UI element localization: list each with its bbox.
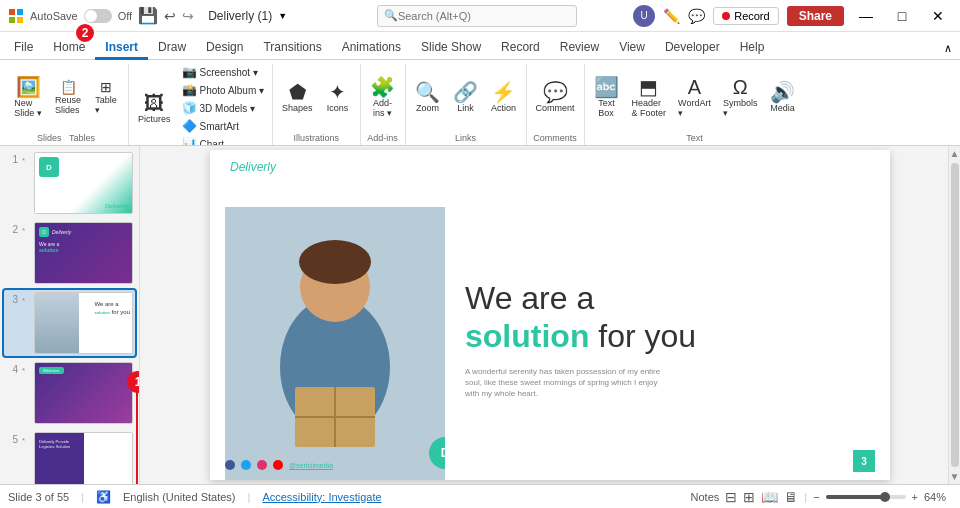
slide-thumb-1: D Deliverly — [34, 152, 133, 214]
heading-line1: We are a — [465, 280, 594, 316]
record-label: Record — [734, 10, 769, 22]
zoom-slider-fill — [826, 495, 882, 499]
accessibility-label[interactable]: Accessibility: Investigate — [262, 491, 381, 503]
3d-models-button[interactable]: 🧊 3D Models ▾ — [178, 100, 268, 116]
status-divider-2: | — [248, 491, 251, 503]
svg-rect-2 — [9, 17, 15, 23]
ribbon-group-addins: 🧩 Add-ins ▾ Add-ins — [361, 64, 406, 145]
search-icon: 🔍 — [384, 9, 398, 22]
title-bar-center: 🔍 — [321, 5, 634, 27]
scroll-thumb[interactable] — [951, 163, 959, 467]
reuse-slides-icon: 📋 — [60, 80, 77, 94]
record-button-title[interactable]: Record — [713, 7, 778, 25]
search-input[interactable] — [398, 10, 570, 22]
new-slide-button[interactable]: 🖼️ NewSlide ▾ — [8, 74, 48, 121]
slide-canvas: Deliverly — [210, 150, 890, 480]
maximize-button[interactable]: □ — [888, 5, 916, 27]
minimize-button[interactable]: — — [852, 5, 880, 27]
media-button[interactable]: 🔊 Media — [764, 79, 800, 116]
save-icon[interactable]: 💾 — [138, 6, 158, 25]
undo-icon[interactable]: ↩ — [164, 8, 176, 24]
status-divider-3: | — [804, 491, 807, 503]
notes-button[interactable]: Notes — [691, 491, 720, 503]
redo-icon[interactable]: ↪ — [182, 8, 194, 24]
textbox-button[interactable]: 🔤 TextBox — [589, 74, 625, 121]
slide-item-2[interactable]: 2 * DDeliverly We are a solution — [4, 220, 135, 286]
comments-icon[interactable]: 💬 — [688, 8, 705, 24]
zoom-button[interactable]: 🔍 Zoom — [410, 79, 446, 116]
autosave-toggle[interactable] — [84, 9, 112, 23]
text-group-label: Text — [686, 131, 703, 145]
tab-view[interactable]: View — [609, 36, 655, 60]
slide-text-area: We are a solution for you A wonderful se… — [445, 259, 890, 419]
tab-animations[interactable]: Animations — [332, 36, 411, 60]
autosave-label: AutoSave — [30, 10, 78, 22]
off-label: Off — [118, 10, 132, 22]
tab-review[interactable]: Review — [550, 36, 609, 60]
illustrations-group-label: Illustrations — [294, 131, 340, 145]
slide-main-content: D We are a solution for you A wonderful … — [210, 174, 890, 480]
close-button[interactable]: ✕ — [924, 5, 952, 27]
tab-record[interactable]: Record — [491, 36, 550, 60]
photo-album-button[interactable]: 📸 Photo Album ▾ — [178, 82, 268, 98]
icons-button[interactable]: ✦ Icons — [320, 79, 356, 116]
slide-heading: We are a solution for you — [465, 279, 870, 356]
accessibility-icon: ♿ — [96, 490, 111, 504]
status-divider-1: | — [81, 491, 84, 503]
youtube-icon — [273, 460, 283, 470]
slide-item-4[interactable]: 4 * Welcome — [4, 360, 135, 426]
slide-star-5: * — [22, 436, 30, 445]
chart-button[interactable]: 📊 Chart — [178, 136, 268, 146]
normal-view-icon[interactable]: ⊟ — [725, 489, 737, 505]
photo-album-icon: 📸 — [182, 83, 197, 97]
link-button[interactable]: 🔗 Link — [448, 79, 484, 116]
smartart-button[interactable]: 🔷 SmartArt — [178, 118, 268, 134]
images-buttons: 🖼 Pictures 📷 Screenshot ▾ 📸 Photo Album … — [133, 64, 268, 146]
reuse-slides-button[interactable]: 📋 ReuseSlides — [50, 77, 86, 118]
symbols-button[interactable]: Ω Symbols▾ — [718, 74, 763, 121]
search-box[interactable]: 🔍 — [377, 5, 577, 27]
zoom-level[interactable]: 64% — [924, 491, 952, 503]
tab-insert[interactable]: Insert — [95, 36, 148, 60]
addins-button[interactable]: 🧩 Add-ins ▾ — [365, 74, 401, 121]
scroll-up-icon[interactable]: ▲ — [948, 146, 960, 161]
action-button[interactable]: ⚡ Action — [486, 79, 522, 116]
tab-design[interactable]: Design — [196, 36, 253, 60]
tab-help[interactable]: Help — [730, 36, 775, 60]
header-footer-icon: ⬒ — [639, 77, 658, 97]
share-button[interactable]: Share — [787, 6, 844, 26]
pictures-button[interactable]: 🖼 Pictures — [133, 90, 176, 127]
header-footer-button[interactable]: ⬒ Header& Footer — [627, 74, 672, 121]
pen-icon[interactable]: ✏️ — [663, 8, 680, 24]
slide-item-3[interactable]: 3 * We are a solution for you 1 Open the… — [4, 290, 135, 356]
table-button[interactable]: ⊞ Table▾ — [88, 77, 124, 118]
screenshot-button[interactable]: 📷 Screenshot ▾ — [178, 64, 268, 80]
slide-item-5[interactable]: 5 * Deliverly ProvideLogistics Solution — [4, 430, 135, 484]
shapes-button[interactable]: ⬟ Shapes — [277, 79, 318, 116]
tab-slideshow[interactable]: Slide Show — [411, 36, 491, 60]
tab-file[interactable]: File — [4, 36, 43, 60]
tab-draw[interactable]: Draw — [148, 36, 196, 60]
slide-number-1: 1 — [6, 154, 18, 165]
zoom-out-icon[interactable]: − — [813, 491, 819, 503]
links-group-label: Links — [455, 131, 476, 145]
addins-icon: 🧩 — [370, 77, 395, 97]
wordart-button[interactable]: A WordArt▾ — [673, 74, 716, 121]
slide-sorter-icon[interactable]: ⊞ — [743, 489, 755, 505]
zoom-slider-thumb[interactable] — [880, 492, 890, 502]
dropdown-arrow-icon[interactable]: ▼ — [278, 11, 287, 21]
comments-buttons: 💬 Comment — [531, 64, 580, 131]
title-bar-left: AutoSave Off 💾 ↩ ↪ Deliverly (1) ▼ — [8, 6, 321, 25]
tab-transitions[interactable]: Transitions — [253, 36, 331, 60]
slide-item-1[interactable]: 1 * D Deliverly — [4, 150, 135, 216]
presenter-view-icon[interactable]: 🖥 — [784, 489, 798, 505]
scroll-down-icon[interactable]: ▼ — [948, 469, 960, 484]
zoom-slider[interactable] — [826, 495, 906, 499]
comment-button[interactable]: 💬 Comment — [531, 79, 580, 116]
ribbon-collapse-icon[interactable]: ∧ — [940, 38, 956, 59]
vertical-scrollbar[interactable]: ▲ ▼ — [948, 146, 960, 484]
tab-developer[interactable]: Developer — [655, 36, 730, 60]
zoom-in-icon[interactable]: + — [912, 491, 918, 503]
ribbon-group-comments: 💬 Comment Comments — [527, 64, 585, 145]
reading-view-icon[interactable]: 📖 — [761, 489, 778, 505]
